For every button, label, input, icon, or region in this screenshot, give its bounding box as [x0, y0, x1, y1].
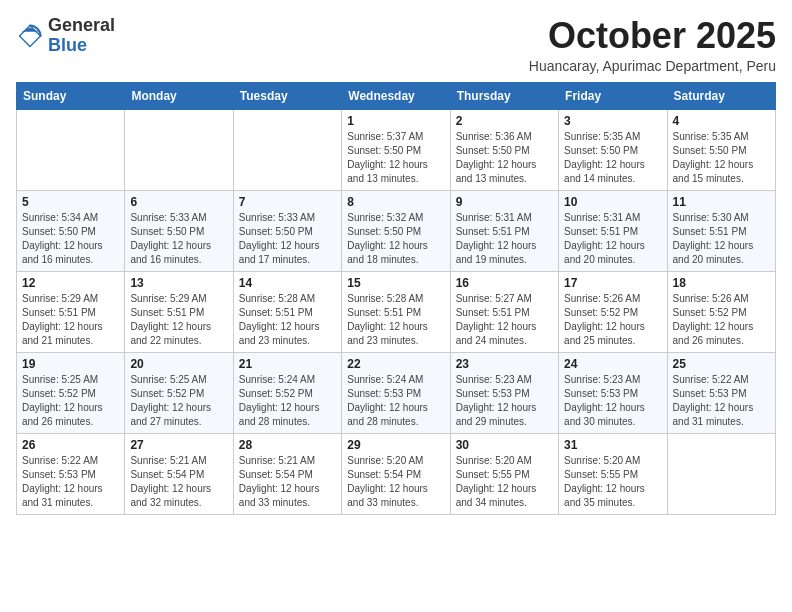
logo-icon	[16, 22, 44, 50]
day-number: 13	[130, 276, 227, 290]
day-info: Sunrise: 5:24 AM Sunset: 5:53 PM Dayligh…	[347, 373, 444, 429]
day-number: 10	[564, 195, 661, 209]
day-info: Sunrise: 5:22 AM Sunset: 5:53 PM Dayligh…	[22, 454, 119, 510]
col-header-tuesday: Tuesday	[233, 82, 341, 109]
day-cell: 6Sunrise: 5:33 AM Sunset: 5:50 PM Daylig…	[125, 190, 233, 271]
day-info: Sunrise: 5:23 AM Sunset: 5:53 PM Dayligh…	[564, 373, 661, 429]
day-number: 9	[456, 195, 553, 209]
day-number: 28	[239, 438, 336, 452]
day-cell: 16Sunrise: 5:27 AM Sunset: 5:51 PM Dayli…	[450, 271, 558, 352]
col-header-friday: Friday	[559, 82, 667, 109]
logo: General Blue	[16, 16, 115, 56]
day-info: Sunrise: 5:27 AM Sunset: 5:51 PM Dayligh…	[456, 292, 553, 348]
day-number: 1	[347, 114, 444, 128]
day-cell: 8Sunrise: 5:32 AM Sunset: 5:50 PM Daylig…	[342, 190, 450, 271]
day-number: 31	[564, 438, 661, 452]
day-number: 6	[130, 195, 227, 209]
logo-general: General	[48, 15, 115, 35]
day-cell: 18Sunrise: 5:26 AM Sunset: 5:52 PM Dayli…	[667, 271, 775, 352]
col-header-thursday: Thursday	[450, 82, 558, 109]
day-cell	[233, 109, 341, 190]
day-number: 25	[673, 357, 770, 371]
day-number: 24	[564, 357, 661, 371]
day-number: 8	[347, 195, 444, 209]
day-info: Sunrise: 5:21 AM Sunset: 5:54 PM Dayligh…	[130, 454, 227, 510]
day-number: 19	[22, 357, 119, 371]
day-number: 12	[22, 276, 119, 290]
day-cell: 15Sunrise: 5:28 AM Sunset: 5:51 PM Dayli…	[342, 271, 450, 352]
page-header: General Blue October 2025 Huancaray, Apu…	[16, 16, 776, 74]
day-cell: 30Sunrise: 5:20 AM Sunset: 5:55 PM Dayli…	[450, 433, 558, 514]
day-info: Sunrise: 5:26 AM Sunset: 5:52 PM Dayligh…	[564, 292, 661, 348]
title-block: October 2025 Huancaray, Apurimac Departm…	[529, 16, 776, 74]
day-info: Sunrise: 5:31 AM Sunset: 5:51 PM Dayligh…	[564, 211, 661, 267]
day-cell: 1Sunrise: 5:37 AM Sunset: 5:50 PM Daylig…	[342, 109, 450, 190]
day-info: Sunrise: 5:37 AM Sunset: 5:50 PM Dayligh…	[347, 130, 444, 186]
day-number: 30	[456, 438, 553, 452]
day-number: 5	[22, 195, 119, 209]
day-number: 26	[22, 438, 119, 452]
day-info: Sunrise: 5:34 AM Sunset: 5:50 PM Dayligh…	[22, 211, 119, 267]
day-number: 7	[239, 195, 336, 209]
day-cell: 10Sunrise: 5:31 AM Sunset: 5:51 PM Dayli…	[559, 190, 667, 271]
day-number: 17	[564, 276, 661, 290]
day-info: Sunrise: 5:23 AM Sunset: 5:53 PM Dayligh…	[456, 373, 553, 429]
day-cell: 19Sunrise: 5:25 AM Sunset: 5:52 PM Dayli…	[17, 352, 125, 433]
day-number: 22	[347, 357, 444, 371]
day-info: Sunrise: 5:29 AM Sunset: 5:51 PM Dayligh…	[22, 292, 119, 348]
day-cell: 26Sunrise: 5:22 AM Sunset: 5:53 PM Dayli…	[17, 433, 125, 514]
day-info: Sunrise: 5:21 AM Sunset: 5:54 PM Dayligh…	[239, 454, 336, 510]
day-info: Sunrise: 5:35 AM Sunset: 5:50 PM Dayligh…	[564, 130, 661, 186]
day-cell: 21Sunrise: 5:24 AM Sunset: 5:52 PM Dayli…	[233, 352, 341, 433]
day-info: Sunrise: 5:25 AM Sunset: 5:52 PM Dayligh…	[130, 373, 227, 429]
day-number: 23	[456, 357, 553, 371]
day-cell: 23Sunrise: 5:23 AM Sunset: 5:53 PM Dayli…	[450, 352, 558, 433]
day-cell	[125, 109, 233, 190]
day-cell: 28Sunrise: 5:21 AM Sunset: 5:54 PM Dayli…	[233, 433, 341, 514]
day-info: Sunrise: 5:33 AM Sunset: 5:50 PM Dayligh…	[130, 211, 227, 267]
day-cell: 7Sunrise: 5:33 AM Sunset: 5:50 PM Daylig…	[233, 190, 341, 271]
day-info: Sunrise: 5:29 AM Sunset: 5:51 PM Dayligh…	[130, 292, 227, 348]
day-info: Sunrise: 5:24 AM Sunset: 5:52 PM Dayligh…	[239, 373, 336, 429]
day-info: Sunrise: 5:25 AM Sunset: 5:52 PM Dayligh…	[22, 373, 119, 429]
day-number: 14	[239, 276, 336, 290]
day-info: Sunrise: 5:32 AM Sunset: 5:50 PM Dayligh…	[347, 211, 444, 267]
week-row-4: 19Sunrise: 5:25 AM Sunset: 5:52 PM Dayli…	[17, 352, 776, 433]
col-header-saturday: Saturday	[667, 82, 775, 109]
day-number: 2	[456, 114, 553, 128]
day-cell: 13Sunrise: 5:29 AM Sunset: 5:51 PM Dayli…	[125, 271, 233, 352]
day-info: Sunrise: 5:20 AM Sunset: 5:55 PM Dayligh…	[564, 454, 661, 510]
day-cell	[17, 109, 125, 190]
day-cell: 22Sunrise: 5:24 AM Sunset: 5:53 PM Dayli…	[342, 352, 450, 433]
day-info: Sunrise: 5:33 AM Sunset: 5:50 PM Dayligh…	[239, 211, 336, 267]
day-cell: 27Sunrise: 5:21 AM Sunset: 5:54 PM Dayli…	[125, 433, 233, 514]
day-cell: 11Sunrise: 5:30 AM Sunset: 5:51 PM Dayli…	[667, 190, 775, 271]
day-info: Sunrise: 5:28 AM Sunset: 5:51 PM Dayligh…	[347, 292, 444, 348]
day-info: Sunrise: 5:31 AM Sunset: 5:51 PM Dayligh…	[456, 211, 553, 267]
col-header-sunday: Sunday	[17, 82, 125, 109]
day-number: 16	[456, 276, 553, 290]
day-info: Sunrise: 5:36 AM Sunset: 5:50 PM Dayligh…	[456, 130, 553, 186]
location-subtitle: Huancaray, Apurimac Department, Peru	[529, 58, 776, 74]
day-number: 18	[673, 276, 770, 290]
day-number: 20	[130, 357, 227, 371]
day-cell: 25Sunrise: 5:22 AM Sunset: 5:53 PM Dayli…	[667, 352, 775, 433]
week-row-1: 1Sunrise: 5:37 AM Sunset: 5:50 PM Daylig…	[17, 109, 776, 190]
week-row-3: 12Sunrise: 5:29 AM Sunset: 5:51 PM Dayli…	[17, 271, 776, 352]
day-cell: 2Sunrise: 5:36 AM Sunset: 5:50 PM Daylig…	[450, 109, 558, 190]
day-cell: 17Sunrise: 5:26 AM Sunset: 5:52 PM Dayli…	[559, 271, 667, 352]
day-number: 27	[130, 438, 227, 452]
week-row-5: 26Sunrise: 5:22 AM Sunset: 5:53 PM Dayli…	[17, 433, 776, 514]
col-header-monday: Monday	[125, 82, 233, 109]
day-number: 15	[347, 276, 444, 290]
col-header-wednesday: Wednesday	[342, 82, 450, 109]
day-info: Sunrise: 5:30 AM Sunset: 5:51 PM Dayligh…	[673, 211, 770, 267]
day-cell: 12Sunrise: 5:29 AM Sunset: 5:51 PM Dayli…	[17, 271, 125, 352]
day-cell: 4Sunrise: 5:35 AM Sunset: 5:50 PM Daylig…	[667, 109, 775, 190]
day-cell: 20Sunrise: 5:25 AM Sunset: 5:52 PM Dayli…	[125, 352, 233, 433]
day-info: Sunrise: 5:20 AM Sunset: 5:54 PM Dayligh…	[347, 454, 444, 510]
calendar-body: 1Sunrise: 5:37 AM Sunset: 5:50 PM Daylig…	[17, 109, 776, 514]
calendar-table: SundayMondayTuesdayWednesdayThursdayFrid…	[16, 82, 776, 515]
calendar-header-row: SundayMondayTuesdayWednesdayThursdayFrid…	[17, 82, 776, 109]
day-number: 21	[239, 357, 336, 371]
